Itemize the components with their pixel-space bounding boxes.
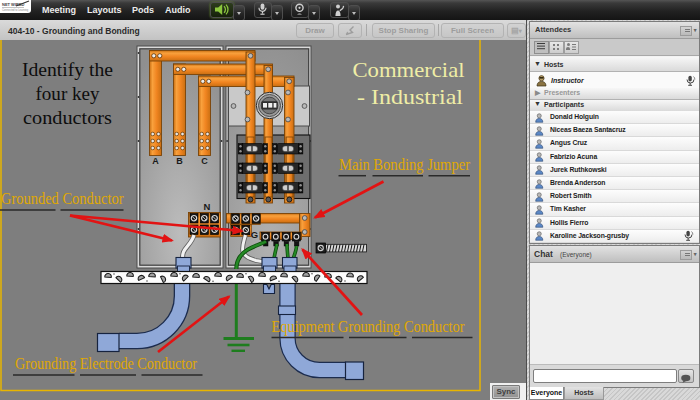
svg-text:Identify the: Identify the (22, 59, 113, 80)
svg-text:N: N (204, 201, 211, 212)
svg-text:Equipment Grounding Conductor: Equipment Grounding Conductor (272, 318, 466, 336)
svg-text:Connected to Learning: Connected to Learning (2, 8, 29, 12)
svg-text:Grounded Conductor: Grounded Conductor (1, 190, 124, 207)
svg-text:conductors: conductors (23, 107, 112, 128)
svg-text:Main Bonding Jumper: Main Bonding Jumper (339, 156, 471, 174)
svg-text:- Industrial: - Industrial (357, 85, 463, 109)
svg-text:C: C (201, 156, 208, 166)
svg-text:Grounding Electrode Conductor: Grounding Electrode Conductor (15, 355, 198, 373)
svg-text:A: A (152, 156, 159, 166)
svg-text:G: G (251, 229, 258, 240)
svg-text:four key: four key (36, 83, 100, 104)
svg-text:B: B (176, 156, 183, 166)
svg-text:Commercial: Commercial (353, 58, 465, 82)
